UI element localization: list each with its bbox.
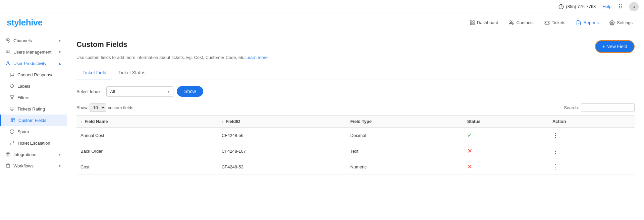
cell-field-name-0: Annual Cost bbox=[76, 128, 218, 143]
table-header: ↕ Field Name ↕ FieldID Field Type Status… bbox=[76, 116, 635, 128]
label-icon bbox=[9, 83, 15, 89]
escalation-icon bbox=[9, 140, 15, 146]
svg-point-9 bbox=[7, 50, 8, 52]
nav-contacts[interactable]: Contacts bbox=[504, 17, 538, 28]
sidebar-item-ticket-escalation[interactable]: Ticket Escalation bbox=[0, 137, 67, 149]
workflows-icon bbox=[5, 163, 11, 168]
users-mgmt-chevron: ▼ bbox=[58, 50, 61, 54]
tab-ticket-field[interactable]: Ticket Field bbox=[76, 67, 112, 79]
svg-rect-2 bbox=[473, 21, 474, 22]
cell-status-1: ✕ bbox=[463, 143, 548, 159]
svg-rect-13 bbox=[10, 107, 14, 110]
nav-dashboard[interactable]: Dashboard bbox=[465, 17, 503, 28]
cell-field-name-1: Back Order bbox=[76, 143, 218, 159]
controls-row: Select Inbox: All ▼ Show bbox=[76, 86, 635, 97]
cell-status-0: ✓ bbox=[463, 128, 548, 143]
sidebar-item-users-management[interactable]: Users Management ▼ bbox=[0, 46, 67, 58]
broadcast-icon bbox=[5, 38, 11, 43]
th-action: Action bbox=[548, 116, 635, 128]
sidebar-item-canned-response[interactable]: Canned Response bbox=[0, 69, 67, 80]
avatar[interactable]: a bbox=[629, 2, 639, 11]
cell-status-2: ✕ bbox=[463, 159, 548, 175]
svg-point-8 bbox=[611, 22, 613, 23]
search-label: Search: bbox=[564, 105, 579, 110]
action-dots-1[interactable]: ⋮ bbox=[552, 148, 559, 154]
inbox-select-wrapper: All ▼ bbox=[106, 86, 173, 97]
top-bar: (855) 776-7763 Help ⠿ a bbox=[0, 0, 644, 13]
th-field-name[interactable]: ↕ Field Name bbox=[76, 116, 218, 128]
page-title: Custom Fields bbox=[76, 40, 127, 49]
cell-field-type-1: Text bbox=[346, 143, 463, 159]
users-icon bbox=[5, 49, 11, 55]
status-inactive-icon: ✕ bbox=[467, 148, 472, 154]
status-inactive-icon-2: ✕ bbox=[467, 163, 472, 170]
search-input[interactable] bbox=[581, 103, 635, 112]
sidebar-item-labels[interactable]: Labels bbox=[0, 80, 67, 92]
th-status: Status bbox=[463, 116, 548, 128]
th-field-id[interactable]: ↕ FieldID bbox=[218, 116, 346, 128]
cell-field-name-2: Cost bbox=[76, 159, 218, 175]
th-field-type: Field Type bbox=[346, 116, 463, 128]
field-id-sort-icon: ↕ bbox=[222, 120, 223, 124]
show-button[interactable]: Show bbox=[177, 86, 203, 97]
cell-field-id-0: CF4248-56 bbox=[218, 128, 346, 143]
help-link[interactable]: Help bbox=[602, 4, 611, 9]
cell-field-id-1: CF4248-107 bbox=[218, 143, 346, 159]
learn-more-link[interactable]: Learn more bbox=[246, 55, 268, 60]
show-label: Show bbox=[76, 105, 88, 110]
svg-rect-16 bbox=[11, 119, 15, 122]
sidebar-item-tickets-rating[interactable]: Tickets Rating bbox=[0, 103, 67, 115]
dashboard-icon bbox=[470, 20, 475, 25]
cell-field-type-0: Decimal bbox=[346, 128, 463, 143]
cell-action-2[interactable]: ⋮ bbox=[548, 159, 635, 175]
nav-settings[interactable]: Settings bbox=[605, 17, 637, 28]
table-body: Annual Cost CF4248-56 Decimal ✓ ⋮ Back O… bbox=[76, 128, 635, 175]
integrations-chevron: ▼ bbox=[58, 153, 61, 156]
sidebar-item-custom-fields[interactable]: Custom Fields bbox=[0, 115, 67, 126]
nav-tickets[interactable]: Tickets bbox=[540, 17, 570, 28]
filter-icon bbox=[9, 95, 15, 100]
grid-icon[interactable]: ⠿ bbox=[618, 3, 623, 10]
sidebar-item-workflows[interactable]: Workflows ▼ bbox=[0, 160, 67, 171]
sidebar: Channels ▼ Users Management ▼ User Produ… bbox=[0, 32, 67, 220]
status-active-icon: ✓ bbox=[467, 132, 472, 139]
integrations-icon bbox=[5, 152, 11, 157]
cell-action-1[interactable]: ⋮ bbox=[548, 143, 635, 159]
logo: stylehive bbox=[7, 17, 43, 28]
sidebar-item-filters[interactable]: Filters bbox=[0, 92, 67, 103]
page-description: Use custom fields to add more informatio… bbox=[76, 55, 635, 60]
per-page-select[interactable]: 10 25 50 bbox=[90, 103, 106, 112]
table-controls: Show 10 25 50 custom fields Search: bbox=[76, 103, 635, 112]
svg-rect-4 bbox=[473, 23, 474, 25]
action-dots-0[interactable]: ⋮ bbox=[552, 132, 559, 139]
user-productivity-icon bbox=[5, 61, 11, 66]
table-row: Annual Cost CF4248-56 Decimal ✓ ⋮ bbox=[76, 128, 635, 143]
field-name-sort-icon: ↕ bbox=[80, 120, 82, 124]
cell-field-id-2: CF4248-53 bbox=[218, 159, 346, 175]
nav-bar: stylehive Dashboard Contacts Tickets Rep… bbox=[0, 13, 644, 32]
phone-number: (855) 776-7763 bbox=[558, 4, 596, 9]
inbox-select[interactable]: All bbox=[106, 86, 173, 97]
contacts-icon bbox=[509, 20, 514, 25]
layout: Channels ▼ Users Management ▼ User Produ… bbox=[0, 32, 644, 220]
tabs: Ticket Field Ticket Status bbox=[76, 67, 635, 79]
page-header: Custom Fields + New Field bbox=[76, 40, 635, 53]
fields-icon bbox=[10, 118, 16, 123]
channels-chevron: ▼ bbox=[58, 39, 61, 43]
action-dots-2[interactable]: ⋮ bbox=[552, 163, 559, 170]
svg-marker-12 bbox=[10, 96, 14, 99]
svg-point-5 bbox=[510, 21, 512, 22]
table-row: Back Order CF4248-107 Text ✕ ⋮ bbox=[76, 143, 635, 159]
nav-reports[interactable]: Reports bbox=[571, 17, 603, 28]
sidebar-item-user-productivity[interactable]: User Productivity ▲ bbox=[0, 58, 67, 69]
rating-icon bbox=[9, 106, 15, 112]
new-field-button[interactable]: + New Field bbox=[595, 40, 635, 53]
canned-icon bbox=[9, 72, 15, 77]
settings-icon bbox=[609, 20, 615, 25]
sidebar-item-channels[interactable]: Channels ▼ bbox=[0, 35, 67, 46]
cell-action-0[interactable]: ⋮ bbox=[548, 128, 635, 143]
sidebar-item-integrations[interactable]: Integrations ▼ bbox=[0, 149, 67, 160]
sidebar-item-spam[interactable]: Spam bbox=[0, 126, 67, 137]
spam-icon bbox=[9, 129, 15, 134]
tab-ticket-status[interactable]: Ticket Status bbox=[112, 67, 151, 79]
